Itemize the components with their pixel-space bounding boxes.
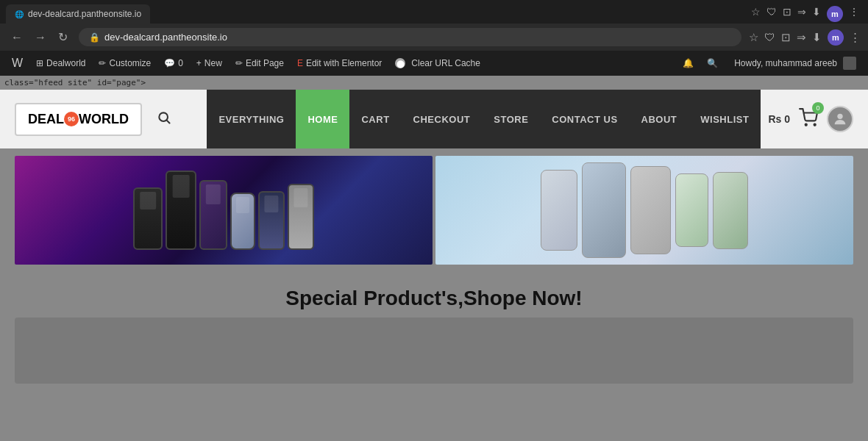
wp-site-name: Dealworld [46,58,85,68]
search-button[interactable] [157,110,171,129]
nav-about[interactable]: ABOUT [630,90,689,148]
search-admin-icon: 🔍 [707,58,718,68]
phone-back-5 [713,172,748,249]
source-bar: class="hfeed site" id="page"> [0,76,868,90]
wp-elementor-item[interactable]: E Edit with Elementor [291,51,388,76]
share-icon[interactable]: ⇒ [797,31,806,44]
nav-contact[interactable]: CONTACT US [540,90,629,148]
reload-button[interactable]: ↻ [54,29,71,46]
shield-action-icon[interactable]: 🛡 [764,31,775,43]
phone-back-group [533,156,755,265]
svg-point-3 [814,124,816,126]
nav-actions: ☆ 🛡 ⊡ ⇒ ⬇ m ⋮ [749,29,861,46]
nav-buttons: ← → ↻ [7,29,71,46]
browser-window: 🌐 dev-dealcard.pantheonsite.io ☆ 🛡 ⊡ ⇒ ⬇… [0,0,868,90]
menu-icon[interactable]: ⋮ [849,6,859,22]
download-icon[interactable]: ⬇ [812,6,821,22]
browser-user-avatar[interactable]: m [827,6,843,22]
elementor-icon: E [297,58,303,68]
phone-5 [258,191,285,250]
bell-icon: 🔔 [683,58,694,68]
forward-button[interactable]: → [31,29,50,46]
wp-cache-item[interactable]: ⬤ Clear URL Cache [389,51,486,76]
wp-howdy-item[interactable]: Howdy, muhammad areeb [725,51,862,76]
tab-title: dev-dealcard.pantheonsite.io [28,9,141,19]
phone-back-2 [582,162,626,258]
nav-cart[interactable]: CART [349,90,401,148]
svg-line-1 [167,120,170,123]
logo-world: WORLD [79,112,129,127]
wp-comments-count: 0 [178,58,183,68]
plus-icon: + [196,58,202,68]
nav-everything[interactable]: EVERYTHING [207,90,296,148]
phone-3 [199,180,227,250]
cart-badge: 0 [812,102,824,114]
phone-group-left [126,163,321,257]
url-text: dev-dealcard.pantheonsite.io [104,32,227,43]
comment-icon: 💬 [164,58,175,68]
svg-point-2 [805,124,807,126]
phone-1 [133,187,163,250]
hero-image-right [435,156,853,265]
edit-icon: ✏ [235,58,243,68]
wp-notifications-item[interactable]: 🔔 [677,51,700,76]
product-area [15,318,853,384]
star-action-icon[interactable]: ☆ [749,31,758,44]
wp-customize-item[interactable]: ✏ Customize [93,51,157,76]
address-bar[interactable]: 🔒 dev-dealcard.pantheonsite.io [79,28,741,46]
browser-nav-bar: ← → ↻ 🔒 dev-dealcard.pantheonsite.io ☆ 🛡… [0,24,868,51]
section-title: Special Product's,Shope Now! [0,272,868,318]
wp-edit-page-label: Edit Page [246,58,284,68]
puzzle-icon[interactable]: ⊡ [781,31,791,44]
lock-icon: 🔒 [89,32,100,43]
site-name-icon: ⊞ [36,58,43,68]
phone-back-1 [541,170,577,251]
cast-icon[interactable]: ⇒ [797,6,806,22]
wp-edit-page-item[interactable]: ✏ Edit Page [230,51,290,76]
browser-tab[interactable]: 🌐 dev-dealcard.pantheonsite.io [6,4,150,24]
user-profile-button[interactable] [827,106,853,132]
shield-icon[interactable]: 🛡 [766,6,777,22]
tab-controls: ☆ 🛡 ⊡ ⇒ ⬇ m ⋮ [751,6,862,22]
hero-section [0,148,868,272]
nav-home[interactable]: HOME [296,90,349,148]
site-header: DEAL 96 WORLD EVERYTHING HOME CART CHECK… [0,90,868,148]
download-action-icon[interactable]: ⬇ [812,31,822,44]
wp-new-item[interactable]: + New [191,51,228,76]
nav-store[interactable]: STORE [482,90,540,148]
nav-checkout[interactable]: CHECKOUT [402,90,483,148]
site-logo[interactable]: DEAL 96 WORLD [15,103,142,136]
wpengine-icon: ⬤ [395,58,405,68]
phone-2 [166,171,196,250]
svg-point-4 [837,114,842,119]
wp-new-label: New [204,58,222,68]
phone-4 [230,193,255,250]
extensions-icon[interactable]: ⊡ [783,6,791,22]
tab-favicon: 🌐 [15,10,24,18]
wp-site-name-item[interactable]: ⊞ Dealworld [30,51,91,76]
wp-customize-label: Customize [109,58,151,68]
wp-logo-item[interactable]: W [6,51,29,76]
header-actions: Rs 0 0 [768,106,853,132]
back-button[interactable]: ← [7,29,26,46]
browser-account-avatar[interactable]: m [828,29,844,46]
overflow-icon[interactable]: ⋮ [850,31,861,44]
hero-image-left [15,156,433,265]
wp-elementor-label: Edit with Elementor [306,58,382,68]
cart-price: Rs 0 [768,113,790,125]
wp-howdy-text: Howdy, muhammad areeb [734,58,837,68]
logo-deal: DEAL [28,112,64,127]
wp-admin-bar: W ⊞ Dealworld ✏ Customize 💬 0 + New ✏ Ed… [0,51,868,76]
nav-wishlist[interactable]: WISHLIST [689,90,761,148]
tab-bar: 🌐 dev-dealcard.pantheonsite.io ☆ 🛡 ⊡ ⇒ ⬇… [0,0,868,24]
wp-user-avatar [843,57,856,70]
wp-cache-label: Clear URL Cache [411,58,480,68]
star-icon[interactable]: ☆ [751,6,761,22]
wp-comments-item[interactable]: 💬 0 [158,51,189,76]
wp-search-item[interactable]: 🔍 [701,51,724,76]
page-content: DEAL 96 WORLD EVERYTHING HOME CART CHECK… [0,90,868,384]
cart-icon-button[interactable]: 0 [799,108,818,130]
logo-icon: 96 [64,112,79,126]
customize-icon: ✏ [99,58,106,68]
source-text: class="hfeed site" id="page"> [4,78,146,87]
